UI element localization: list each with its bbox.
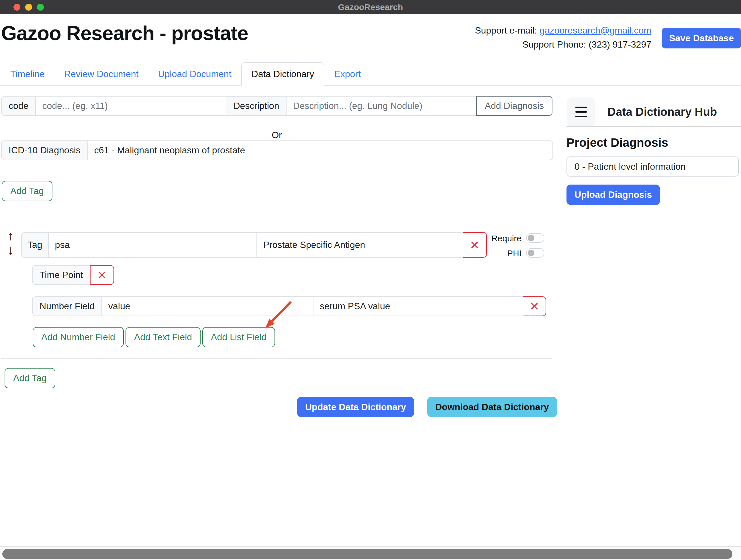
add-tag-button-top[interactable]: Add Tag <box>2 181 53 201</box>
support-info: Support e-mail: gazooresearch@gmail.com … <box>475 23 651 52</box>
tab-review-document[interactable]: Review Document <box>55 63 148 85</box>
menu-button[interactable] <box>567 98 595 126</box>
support-email-line: Support e-mail: gazooresearch@gmail.com <box>475 23 651 38</box>
time-point-label: Time Point <box>32 265 90 285</box>
field-description-input[interactable] <box>313 296 523 316</box>
horizontal-scrollbar-track[interactable] <box>0 546 741 560</box>
project-diagnosis-select[interactable]: 0 - Patient level information <box>566 157 739 177</box>
phi-toggle[interactable] <box>526 248 544 258</box>
field-name-input[interactable] <box>102 296 314 316</box>
move-up-icon[interactable]: ↑ <box>7 229 14 243</box>
icd10-label: ICD-10 Diagnosis <box>1 140 88 160</box>
page-title: Gazoo Research - prostate <box>1 22 248 45</box>
add-field-buttons: Add Number Field Add Text Field Add List… <box>33 327 275 347</box>
description-input[interactable] <box>286 96 476 116</box>
add-text-field-button[interactable]: Add Text Field <box>126 327 201 347</box>
close-icon: ✕ <box>97 268 107 282</box>
upload-diagnosis-button[interactable]: Upload Diagnosis <box>566 185 660 205</box>
window-titlebar: GazooResearch <box>0 0 741 14</box>
new-diagnosis-row: code Description Add Diagnosis <box>1 96 552 116</box>
tab-data-dictionary[interactable]: Data Dictionary <box>241 62 325 86</box>
divider <box>1 171 552 171</box>
tab-export[interactable]: Export <box>324 63 370 85</box>
delete-field-button[interactable]: ✕ <box>523 296 546 316</box>
delete-time-point-button[interactable]: ✕ <box>90 265 114 285</box>
update-data-dictionary-button[interactable]: Update Data Dictionary <box>297 397 414 417</box>
add-diagnosis-button[interactable]: Add Diagnosis <box>476 96 552 116</box>
tab-bar: Timeline Review Document Upload Document… <box>0 61 741 86</box>
move-down-icon[interactable]: ↓ <box>7 243 14 257</box>
support-email-label: Support e-mail: <box>475 25 540 36</box>
divider <box>418 395 418 418</box>
close-icon: ✕ <box>530 300 539 313</box>
support-phone-line: Support Phone: (323) 917-3297 <box>475 38 651 52</box>
download-data-dictionary-button[interactable]: Download Data Dictionary <box>427 397 557 417</box>
toggle-knob <box>528 235 534 241</box>
time-point-chip: Time Point ✕ <box>32 265 114 285</box>
require-toggle[interactable] <box>526 233 544 243</box>
divider <box>566 126 741 127</box>
window-title: GazooResearch <box>0 0 741 14</box>
phi-label: PHI <box>453 247 522 260</box>
require-label: Require <box>453 232 522 245</box>
code-label: code <box>1 96 36 116</box>
project-diagnosis-heading: Project Diagnosis <box>566 136 668 149</box>
icd10-input[interactable] <box>87 140 553 160</box>
description-label: Description <box>226 96 286 116</box>
support-email-link[interactable]: gazooresearch@gmail.com <box>540 25 651 36</box>
or-separator: Or <box>1 129 552 141</box>
save-database-button[interactable]: Save Database <box>662 28 741 49</box>
tag-name-input[interactable] <box>48 232 257 258</box>
tag-description-input[interactable] <box>257 232 463 258</box>
add-tag-button-bottom[interactable]: Add Tag <box>5 368 55 388</box>
number-field-label: Number Field <box>32 296 102 316</box>
add-list-field-button[interactable]: Add List Field <box>202 327 275 347</box>
tab-upload-document[interactable]: Upload Document <box>148 63 241 85</box>
horizontal-scrollbar-thumb[interactable] <box>2 549 732 559</box>
divider <box>1 212 552 212</box>
tag-reorder-controls: ↑ ↓ <box>7 229 14 257</box>
add-number-field-button[interactable]: Add Number Field <box>33 327 124 347</box>
tag-row: Tag ✕ <box>21 232 487 258</box>
toggle-knob <box>528 250 534 256</box>
hamburger-icon <box>576 107 587 108</box>
sidebar-title: Data Dictionary Hub <box>607 104 717 120</box>
icd10-row: ICD-10 Diagnosis <box>1 140 553 160</box>
number-field-row: Number Field ✕ <box>32 296 546 316</box>
tab-timeline[interactable]: Timeline <box>1 63 55 85</box>
divider <box>1 358 552 359</box>
tag-label: Tag <box>21 232 49 258</box>
code-input[interactable] <box>35 96 226 116</box>
